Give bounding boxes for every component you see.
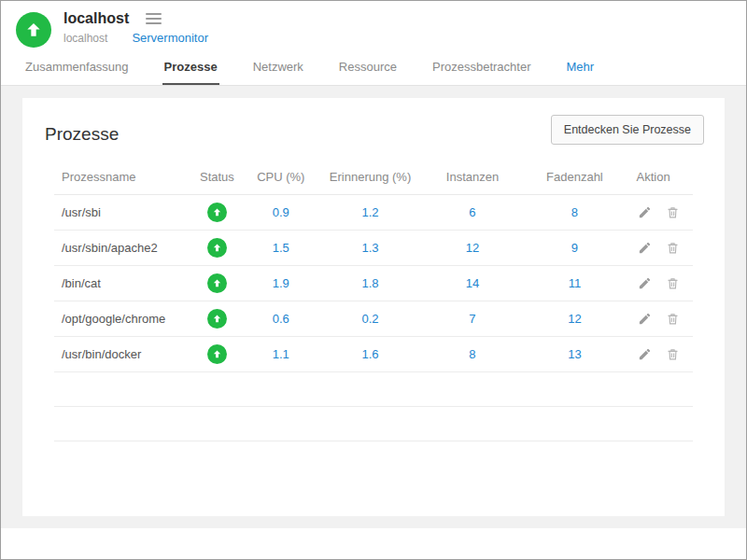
- tab-prozessbetrachter[interactable]: Prozessbetrachter: [430, 51, 533, 85]
- tab-zusammenfassung[interactable]: Zusammenfassung: [23, 51, 131, 85]
- status-up-icon: [207, 273, 227, 293]
- status-up-icon: [207, 203, 227, 222]
- actions-cell: [629, 266, 693, 301]
- status-up-icon: [207, 238, 227, 258]
- status-up-icon: [207, 309, 227, 329]
- tab-netzwerk[interactable]: Netzwerk: [251, 51, 305, 85]
- instances-value: 12: [425, 231, 521, 266]
- trash-icon[interactable]: [664, 240, 681, 257]
- cpu-value: 1.1: [246, 337, 316, 372]
- process-name: /opt/google/chrome: [54, 301, 189, 337]
- status-cell: [189, 231, 247, 266]
- memory-value: 1.3: [316, 231, 424, 266]
- status-cell: [189, 301, 247, 337]
- table-row: /opt/google/chrome 0.6 0.2 7 12: [54, 301, 693, 337]
- status-cell: [189, 266, 247, 301]
- status-cell: [189, 337, 247, 372]
- pencil-icon[interactable]: [637, 346, 654, 363]
- process-name: /usr/sbi: [54, 195, 189, 231]
- trash-icon[interactable]: [664, 204, 681, 221]
- instances-value: 8: [425, 337, 521, 372]
- table-header-row: Prozessname Status CPU (%) Erinnerung (%…: [54, 160, 693, 195]
- breadcrumb: localhost Servermonitor: [63, 31, 208, 45]
- col-header-instanzen: Instanzen: [425, 160, 521, 195]
- col-header-erinnerung: Erinnerung (%): [316, 160, 424, 195]
- breadcrumb-host: localhost: [63, 32, 107, 45]
- tab-bar: Zusammenfassung Prozesse Netzwerk Ressou…: [1, 51, 746, 86]
- arrow-up-icon: [24, 21, 43, 39]
- table-row: /usr/bin/docker 1.1 1.6 8 13: [54, 337, 693, 372]
- tab-mehr[interactable]: Mehr: [564, 51, 596, 85]
- threads-value: 12: [520, 301, 628, 337]
- cpu-value: 1.5: [246, 231, 316, 266]
- trash-icon[interactable]: [664, 346, 681, 363]
- memory-value: 1.2: [316, 195, 424, 231]
- memory-value: 0.2: [316, 301, 424, 337]
- discover-processes-button[interactable]: Entdecken Sie Prozesse: [551, 115, 704, 145]
- col-header-status: Status: [189, 160, 247, 195]
- empty-row: [54, 407, 693, 441]
- instances-value: 14: [425, 266, 521, 301]
- card-header: Prozesse Entdecken Sie Prozesse: [41, 115, 706, 145]
- memory-value: 1.6: [316, 337, 424, 372]
- instances-value: 6: [425, 195, 521, 231]
- pencil-icon[interactable]: [637, 204, 654, 221]
- col-header-fadenzahl: Fadenzahl: [520, 160, 628, 195]
- pencil-icon[interactable]: [637, 240, 654, 257]
- actions-cell: [629, 231, 693, 266]
- col-header-cpu: CPU (%): [246, 160, 316, 195]
- actions-cell: [629, 301, 693, 337]
- memory-value: 1.8: [316, 266, 424, 301]
- tab-prozesse[interactable]: Prozesse: [162, 51, 219, 85]
- actions-cell: [629, 337, 693, 372]
- pencil-icon[interactable]: [637, 275, 654, 292]
- process-name: /bin/cat: [54, 266, 189, 301]
- actions-cell: [629, 195, 693, 231]
- threads-value: 9: [520, 231, 628, 266]
- hamburger-menu-icon[interactable]: [146, 10, 162, 27]
- app-logo-arrow-up-icon: [16, 12, 51, 48]
- header: localhost localhost Servermonitor: [1, 1, 746, 48]
- tab-ressource[interactable]: Ressource: [337, 51, 399, 85]
- instances-value: 7: [425, 301, 521, 337]
- breadcrumb-servermonitor[interactable]: Servermonitor: [132, 31, 208, 45]
- status-up-icon: [207, 344, 227, 364]
- col-header-aktion: Aktion: [629, 160, 693, 195]
- host-title: localhost: [63, 10, 129, 27]
- status-cell: [189, 195, 247, 231]
- cpu-value: 0.9: [246, 195, 316, 231]
- process-table-body: /usr/sbi 0.9 1.2 6 8: [54, 195, 693, 441]
- empty-row: [54, 372, 693, 407]
- threads-value: 11: [520, 266, 628, 301]
- cpu-value: 0.6: [246, 301, 316, 337]
- process-table: Prozessname Status CPU (%) Erinnerung (%…: [54, 160, 693, 441]
- trash-icon[interactable]: [664, 311, 681, 328]
- pencil-icon[interactable]: [637, 311, 654, 328]
- cpu-value: 1.9: [246, 266, 316, 301]
- process-name: /usr/sbin/apache2: [54, 231, 189, 266]
- processes-card: Prozesse Entdecken Sie Prozesse Prozessn…: [22, 98, 725, 516]
- threads-value: 13: [520, 337, 628, 372]
- table-row: /usr/sbi 0.9 1.2 6 8: [54, 195, 693, 231]
- main-area: Prozesse Entdecken Sie Prozesse Prozessn…: [1, 86, 746, 528]
- process-table-wrap: Prozessname Status CPU (%) Erinnerung (%…: [54, 160, 693, 441]
- col-header-prozessname: Prozessname: [54, 160, 189, 195]
- table-row: /bin/cat 1.9 1.8 14 11: [54, 266, 693, 301]
- page-title: Prozesse: [45, 124, 119, 145]
- table-row: /usr/sbin/apache2 1.5 1.3 12 9: [54, 231, 693, 266]
- trash-icon[interactable]: [664, 275, 681, 292]
- app-window: localhost localhost Servermonitor Zusamm…: [0, 0, 747, 560]
- process-name: /usr/bin/docker: [54, 337, 189, 372]
- threads-value: 8: [520, 195, 628, 231]
- header-text: localhost localhost Servermonitor: [63, 10, 208, 45]
